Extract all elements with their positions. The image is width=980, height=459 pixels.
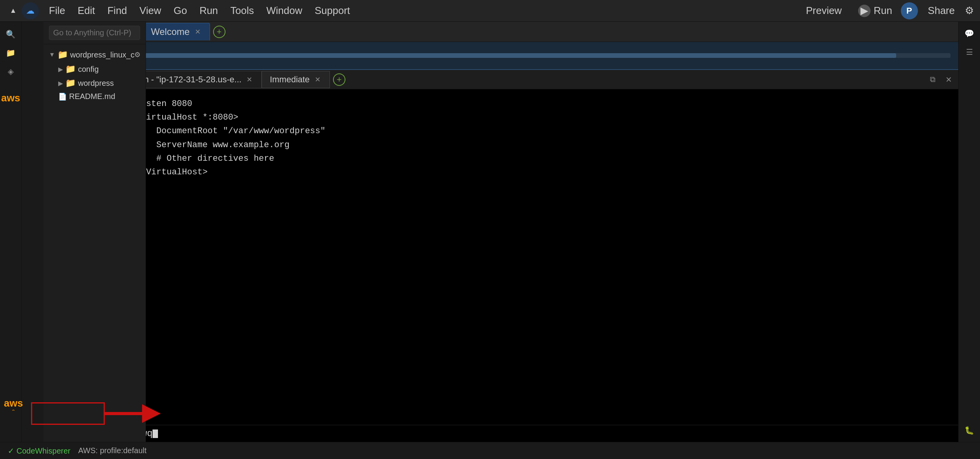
tree-item-readme[interactable]: 📄 README.md <box>53 90 146 103</box>
tab-welcome-label: Welcome <box>151 26 190 37</box>
right-sidebar: 💬 ☰ 🐛 <box>958 22 980 442</box>
user-avatar[interactable]: P <box>901 2 918 19</box>
content-area: ☰ Welcome ✕ + vim - "ip-172-31-5-28.us-e… <box>124 22 958 442</box>
editor-area: vim - "ip-172-31-5-28.us-e... ✕ Immediat… <box>124 70 958 442</box>
code-tilde-4: ~ <box>136 231 947 245</box>
readme-file-icon: 📄 <box>58 92 67 101</box>
menu-go[interactable]: Go <box>168 2 193 19</box>
editor-tab-bar: vim - "ip-172-31-5-28.us-e... ✕ Immediat… <box>124 70 958 89</box>
folder-arrow-icon: ▼ <box>49 51 55 58</box>
config-label: config <box>78 65 99 74</box>
list-icon[interactable]: ☰ <box>962 44 977 60</box>
restore-icon[interactable]: ⧉ <box>927 73 938 85</box>
code-tilde-9: ~ <box>136 299 947 313</box>
code-tilde-7: ~ <box>136 272 947 285</box>
menu-edit[interactable]: Edit <box>72 2 101 19</box>
code-line-6: </VirtualHost> <box>136 165 947 179</box>
codewhisperer-status[interactable]: ✓ CodeWhisperer <box>8 446 71 456</box>
close-editor-icon[interactable]: ✕ <box>942 73 955 86</box>
tree-settings-icon[interactable]: ⚙ <box>134 50 140 59</box>
top-tab-bar: ☰ Welcome ✕ + <box>124 22 958 42</box>
aws-logo: aws ⌢ <box>4 397 23 412</box>
main-layout: 🔍 📁 ◈ aws ▼ 📁 wordpress_linux_c ⚙ ▶ 📁 co… <box>0 22 980 459</box>
share-button[interactable]: Share <box>924 3 959 18</box>
search-icon[interactable]: 🔍 <box>3 26 19 42</box>
menu-run[interactable]: Run <box>194 2 224 19</box>
file-tree-header: ▼ 📁 wordpress_linux_c ⚙ <box>43 47 146 62</box>
menu-tools[interactable]: Tools <box>225 2 260 19</box>
menu-file[interactable]: File <box>43 2 71 19</box>
menu-right: P Share ⚙ <box>901 2 974 19</box>
wordpress-folder-icon: 📁 <box>65 78 76 88</box>
code-line-blank <box>136 179 947 190</box>
bug-icon[interactable]: 🐛 <box>962 422 977 438</box>
readme-label: README.md <box>69 92 115 101</box>
aws-icon[interactable]: aws <box>3 90 19 106</box>
terminal-tab-right: ⧉ ✕ <box>927 73 955 86</box>
settings-gear-icon[interactable]: ⚙ <box>965 5 974 17</box>
menu-support[interactable]: Support <box>309 2 356 19</box>
wordpress-label: wordpress <box>78 79 114 88</box>
chat-icon[interactable]: 💬 <box>962 26 977 41</box>
code-tilde-5: ~ <box>136 245 947 258</box>
tab-immediate[interactable]: Immediate ✕ <box>262 71 330 88</box>
code-tilde-16: ~ <box>136 395 947 409</box>
folder-icon: 📁 <box>57 50 68 60</box>
run-button[interactable]: ▶ Run <box>853 2 898 19</box>
code-editor[interactable]: Listen 8080 <VirtualHost *:8080> Documen… <box>124 89 958 425</box>
tab-welcome[interactable]: Welcome ✕ <box>143 23 210 40</box>
vim-cursor <box>153 429 158 438</box>
chevron-up-icon[interactable]: ▲ <box>6 4 20 18</box>
annotation-box <box>31 402 105 425</box>
preview-button[interactable]: Preview <box>801 3 846 18</box>
code-tilde-2: ~ <box>136 203 947 217</box>
arrow-shaft <box>105 412 142 415</box>
play-icon: ▶ <box>858 5 871 17</box>
immediate-tab-close[interactable]: ✕ <box>314 75 322 84</box>
code-line-1: Listen 8080 <box>136 97 947 111</box>
file-tree: ▼ 📁 wordpress_linux_c ⚙ ▶ 📁 config ▶ 📁 w… <box>43 44 146 442</box>
menu-view[interactable]: View <box>134 2 167 19</box>
code-line-3: DocumentRoot "/var/www/wordpress" <box>136 124 947 138</box>
vim-command-line[interactable]: :wq <box>124 425 958 442</box>
code-tilde-11: ~ <box>136 327 947 340</box>
welcome-content-area <box>124 42 958 70</box>
immediate-tab-label: Immediate <box>270 75 310 85</box>
code-tilde-15: ~ <box>136 381 947 395</box>
vim-tab-close[interactable]: ✕ <box>245 75 253 84</box>
run-label: Run <box>874 5 892 17</box>
menu-window[interactable]: Window <box>261 2 307 19</box>
cloud-logo[interactable]: ☁ <box>22 2 39 19</box>
code-tilde-13: ~ <box>136 354 947 367</box>
code-tilde-3: ~ <box>136 217 947 231</box>
tree-item-wordpress[interactable]: ▶ 📁 wordpress <box>53 76 146 90</box>
menu-left: ▲ ☁ File Edit Find View Go Run Tools Win… <box>6 2 798 19</box>
search-input[interactable] <box>49 26 140 40</box>
tree-item-config[interactable]: ▶ 📁 config <box>53 62 146 76</box>
arrow-indicator <box>105 404 161 423</box>
scrollbar-thumb[interactable] <box>132 53 896 58</box>
menu-bar: ▲ ☁ File Edit Find View Go Run Tools Win… <box>0 0 980 22</box>
git-icon[interactable]: ◈ <box>3 64 19 79</box>
menu-find[interactable]: Find <box>102 2 133 19</box>
editor-tab-add[interactable]: + <box>333 73 345 86</box>
menu-center: Preview ▶ Run <box>801 2 897 19</box>
config-folder-icon: 📁 <box>65 64 76 74</box>
tab-add-button[interactable]: + <box>213 26 225 38</box>
chevron-right-icon2: ▶ <box>58 80 63 87</box>
code-tilde-6: ~ <box>136 258 947 272</box>
code-tilde-1: ~ <box>136 190 947 203</box>
files-icon[interactable]: 📁 <box>3 45 19 61</box>
vim-tab-label: vim - "ip-172-31-5-28.us-e... <box>135 75 241 85</box>
tab-vim-file[interactable]: vim - "ip-172-31-5-28.us-e... ✕ <box>127 71 262 88</box>
aws-profile-status[interactable]: AWS: profile:default <box>78 446 147 455</box>
chevron-right-icon: ▶ <box>58 66 63 73</box>
code-line-2: <VirtualHost *:8080> <box>136 111 947 124</box>
root-folder-name: wordpress_linux_c <box>70 50 135 59</box>
progress-bar-area <box>132 53 951 58</box>
code-line-5: # Other directives here <box>136 152 947 165</box>
arrow-head <box>142 404 161 423</box>
sidebar-icon-rail: 🔍 📁 ◈ aws <box>0 22 22 459</box>
tab-welcome-close[interactable]: ✕ <box>194 27 202 37</box>
code-tilde-10: ~ <box>136 313 947 327</box>
